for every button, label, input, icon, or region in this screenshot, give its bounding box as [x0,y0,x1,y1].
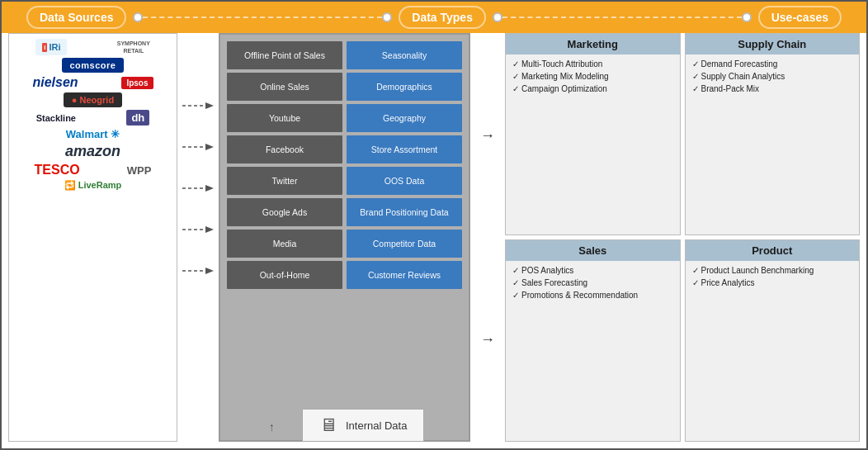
data-col-2: Seasonality Demographics Geography Store… [347,41,462,414]
logo-wpp: WPP [127,164,152,177]
logo-row-2: comscore [12,58,173,73]
supply-item-2: ✓ Supply Chain Analytics [692,72,853,81]
data-cell-brand: Brand Positioning Data [347,198,462,226]
sales-header: Sales [506,240,680,261]
banner-dot-4 [742,12,752,22]
data-cell-reviews: Customer Reviews [347,261,462,289]
marketing-box: Marketing ✓ Multi-Touch Attribution ✓ Ma… [505,33,681,235]
supply-chain-content: ✓ Demand Forecasting ✓ Supply Chain Anal… [686,54,860,98]
product-header: Product [686,240,860,261]
banner-label-types: Data Types [399,6,486,29]
arrows-svg [182,81,214,395]
content-area: i IRi SYMPHONYRETAIL comscore nielsen Ip… [8,33,860,442]
data-cell-facebook: Facebook [227,135,342,163]
arrow-to-sales: → [480,332,495,347]
marketing-item-3: ✓ Campaign Optimization [512,84,673,93]
data-sources-panel: i IRi SYMPHONYRETAIL comscore nielsen Ip… [8,33,177,442]
svg-marker-1 [205,102,214,109]
data-cell-online: Online Sales [227,73,342,101]
data-cell-ooh: Out-of-Home [227,261,342,289]
main-container: Data Sources Data Types Use-cases i IRi … [0,0,868,450]
check-4: ✓ [692,59,699,69]
data-cell-googleads: Google Ads [227,198,342,226]
check-8: ✓ [512,278,519,287]
supply-item-3: ✓ Brand-Pack Mix [692,84,853,93]
data-cell-demographics: Demographics [347,73,462,101]
logo-row-9: 🔁 LiveRamp [12,180,173,191]
internal-data-box: 🖥 Internal Data [302,409,424,442]
sales-item-1: ✓ POS Analytics [512,266,673,275]
marketing-header: Marketing [506,34,680,54]
product-content: ✓ Product Launch Benchmarking ✓ Price An… [686,261,860,292]
data-cell-offline: Offline Point of Sales [227,41,342,69]
check-11: ✓ [692,278,699,287]
banner-line-2 [502,17,742,18]
logo-comscore: comscore [62,58,125,73]
supply-chain-box: Supply Chain ✓ Demand Forecasting ✓ Supp… [685,33,861,235]
logo-row-4: ● Neogrid [12,92,173,107]
data-cell-competitor: Competitor Data [347,230,462,258]
data-col-1: Offline Point of Sales Online Sales Yout… [227,41,342,414]
data-cell-store: Store Assortment [347,135,462,163]
banner-label-usecases: Use-cases [758,6,842,29]
check-1: ✓ [512,59,519,69]
logo-neogrid: ● Neogrid [64,92,122,107]
marketing-item-1: ✓ Multi-Touch Attribution [512,59,673,69]
logo-ipsos: Ipsos [121,77,153,89]
internal-data-label: Internal Data [346,419,407,432]
internal-data-section: 🖥 Internal Data [302,409,424,442]
top-banner: Data Sources Data Types Use-cases [2,2,866,33]
arrow-to-marketing: → [480,128,495,143]
check-3: ✓ [512,84,519,93]
data-cell-oos: OOS Data [347,167,462,195]
use-cases-area: Marketing ✓ Multi-Touch Attribution ✓ Ma… [505,33,860,442]
logo-iri: i IRi [35,39,67,55]
logo-row-8: TESCO WPP [12,163,173,178]
banner-line-1 [143,17,382,18]
data-cell-youtube: Youtube [227,104,342,132]
use-cases-top-row: Marketing ✓ Multi-Touch Attribution ✓ Ma… [505,33,860,235]
sales-content: ✓ POS Analytics ✓ Sales Forecasting ✓ Pr… [506,261,680,305]
data-types-panel: Offline Point of Sales Online Sales Yout… [219,33,470,442]
logo-liveramp: 🔁 LiveRamp [64,180,122,191]
check-5: ✓ [692,72,699,81]
product-item-1: ✓ Product Launch Benchmarking [692,266,853,275]
logo-nielsen: nielsen [32,75,78,90]
server-icon: 🖥 [319,414,337,436]
banner-dot-1 [133,12,143,22]
check-9: ✓ [512,291,519,300]
svg-marker-3 [205,144,214,150]
check-2: ✓ [512,72,519,81]
logo-row-7: amazon [12,143,173,160]
logo-row-5: Stackline dh [12,110,173,126]
use-cases-bottom-row: Sales ✓ POS Analytics ✓ Sales Forecastin… [505,239,860,442]
logo-tesco: TESCO [35,163,80,178]
product-item-2: ✓ Price Analytics [692,278,853,287]
logo-amazon: amazon [65,143,120,160]
banner-label-sources: Data Sources [26,6,126,29]
supply-item-1: ✓ Demand Forecasting [692,59,853,69]
logo-symphony: SYMPHONYRETAIL [117,40,150,54]
logo-dh: dh [126,110,149,126]
check-10: ✓ [692,266,699,275]
check-6: ✓ [692,84,699,93]
supply-chain-header: Supply Chain [686,34,860,54]
check-7: ✓ [512,266,519,275]
data-cell-geography: Geography [347,104,462,132]
data-cell-twitter: Twitter [227,167,342,195]
connector-arrows: → → [475,33,500,442]
data-types-columns: Offline Point of Sales Online Sales Yout… [227,41,462,414]
product-box: Product ✓ Product Launch Benchmarking ✓ … [685,239,861,442]
svg-marker-5 [205,185,214,192]
marketing-item-2: ✓ Marketing Mix Modeling [512,72,673,81]
sales-item-2: ✓ Sales Forecasting [512,278,673,287]
banner-dot-2 [382,12,392,22]
svg-marker-9 [205,268,214,274]
data-cell-seasonality: Seasonality [347,41,462,69]
logo-row-1: i IRi SYMPHONYRETAIL [12,39,173,55]
banner-dot-3 [493,12,502,22]
logo-walmart: Walmart ✳ [66,128,120,140]
sales-item-3: ✓ Promotions & Recommendation [512,291,673,300]
marketing-content: ✓ Multi-Touch Attribution ✓ Marketing Mi… [506,54,680,98]
sales-box: Sales ✓ POS Analytics ✓ Sales Forecastin… [505,239,681,442]
